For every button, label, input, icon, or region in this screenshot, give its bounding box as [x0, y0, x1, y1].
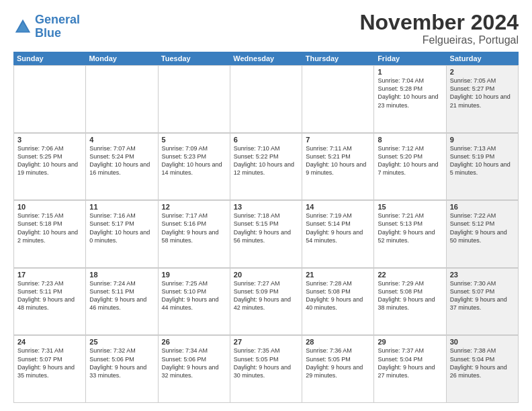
- day-number: 24: [17, 338, 82, 346]
- day-info: Sunrise: 7:36 AM Sunset: 5:05 PM Dayligh…: [306, 347, 370, 379]
- day-number: 2: [450, 68, 515, 76]
- calendar-header-saturday: Saturday: [447, 52, 519, 65]
- calendar: SundayMondayTuesdayWednesdayThursdayFrid…: [13, 52, 519, 403]
- calendar-header-sunday: Sunday: [13, 52, 85, 65]
- calendar-cell: 5Sunrise: 7:09 AM Sunset: 5:23 PM Daylig…: [159, 134, 230, 201]
- day-number: 28: [306, 338, 370, 346]
- day-number: 22: [378, 271, 442, 279]
- day-info: Sunrise: 7:19 AM Sunset: 5:14 PM Dayligh…: [306, 212, 370, 244]
- calendar-cell: 12Sunrise: 7:17 AM Sunset: 5:16 PM Dayli…: [159, 201, 230, 268]
- calendar-body: 1Sunrise: 7:04 AM Sunset: 5:28 PM Daylig…: [13, 65, 519, 403]
- calendar-cell: 16Sunrise: 7:22 AM Sunset: 5:12 PM Dayli…: [447, 201, 519, 268]
- calendar-cell: 21Sunrise: 7:28 AM Sunset: 5:08 PM Dayli…: [302, 269, 374, 336]
- day-info: Sunrise: 7:37 AM Sunset: 5:04 PM Dayligh…: [378, 347, 442, 379]
- page: General Blue November 2024 Felgueiras, P…: [0, 0, 532, 411]
- logo: General Blue: [13, 13, 80, 40]
- day-number: 25: [89, 338, 154, 346]
- calendar-cell: 6Sunrise: 7:10 AM Sunset: 5:22 PM Daylig…: [230, 134, 302, 201]
- day-info: Sunrise: 7:38 AM Sunset: 5:04 PM Dayligh…: [450, 347, 515, 379]
- day-number: 6: [234, 136, 298, 144]
- day-number: 13: [234, 203, 298, 211]
- day-number: 11: [89, 203, 154, 211]
- day-info: Sunrise: 7:15 AM Sunset: 5:18 PM Dayligh…: [17, 212, 82, 244]
- calendar-header-tuesday: Tuesday: [158, 52, 230, 65]
- day-info: Sunrise: 7:05 AM Sunset: 5:27 PM Dayligh…: [450, 77, 515, 109]
- calendar-cell: 24Sunrise: 7:31 AM Sunset: 5:07 PM Dayli…: [14, 336, 86, 403]
- day-number: 7: [306, 136, 370, 144]
- calendar-cell: 9Sunrise: 7:13 AM Sunset: 5:19 PM Daylig…: [447, 134, 519, 201]
- day-number: 26: [162, 338, 226, 346]
- logo-icon: [13, 17, 32, 36]
- day-info: Sunrise: 7:12 AM Sunset: 5:20 PM Dayligh…: [378, 144, 442, 177]
- header: General Blue November 2024 Felgueiras, P…: [13, 11, 519, 46]
- day-info: Sunrise: 7:27 AM Sunset: 5:09 PM Dayligh…: [234, 279, 298, 312]
- calendar-cell: [230, 66, 302, 133]
- day-info: Sunrise: 7:24 AM Sunset: 5:11 PM Dayligh…: [89, 279, 154, 312]
- calendar-cell: 19Sunrise: 7:25 AM Sunset: 5:10 PM Dayli…: [159, 269, 230, 336]
- calendar-cell: 25Sunrise: 7:32 AM Sunset: 5:06 PM Dayli…: [86, 336, 158, 403]
- calendar-cell: [159, 66, 230, 133]
- day-number: 23: [450, 271, 515, 279]
- logo-text: General Blue: [35, 13, 80, 40]
- calendar-cell: 10Sunrise: 7:15 AM Sunset: 5:18 PM Dayli…: [14, 201, 86, 268]
- calendar-cell: 30Sunrise: 7:38 AM Sunset: 5:04 PM Dayli…: [447, 336, 519, 403]
- calendar-cell: 20Sunrise: 7:27 AM Sunset: 5:09 PM Dayli…: [230, 269, 302, 336]
- calendar-cell: 3Sunrise: 7:06 AM Sunset: 5:25 PM Daylig…: [14, 134, 86, 201]
- calendar-row-1: 3Sunrise: 7:06 AM Sunset: 5:25 PM Daylig…: [13, 133, 519, 201]
- day-number: 30: [450, 338, 515, 346]
- calendar-cell: 18Sunrise: 7:24 AM Sunset: 5:11 PM Dayli…: [86, 269, 158, 336]
- day-info: Sunrise: 7:21 AM Sunset: 5:13 PM Dayligh…: [378, 212, 442, 244]
- day-info: Sunrise: 7:23 AM Sunset: 5:11 PM Dayligh…: [17, 279, 82, 312]
- day-info: Sunrise: 7:17 AM Sunset: 5:16 PM Dayligh…: [162, 212, 226, 244]
- day-number: 4: [89, 136, 154, 144]
- day-info: Sunrise: 7:10 AM Sunset: 5:22 PM Dayligh…: [234, 144, 298, 177]
- day-number: 17: [17, 271, 82, 279]
- calendar-cell: [86, 66, 158, 133]
- day-info: Sunrise: 7:16 AM Sunset: 5:17 PM Dayligh…: [89, 212, 154, 244]
- day-number: 5: [162, 136, 226, 144]
- calendar-header-row: SundayMondayTuesdayWednesdayThursdayFrid…: [13, 52, 519, 65]
- day-number: 27: [234, 338, 298, 346]
- day-info: Sunrise: 7:25 AM Sunset: 5:10 PM Dayligh…: [162, 279, 226, 312]
- day-number: 8: [378, 136, 442, 144]
- calendar-cell: 11Sunrise: 7:16 AM Sunset: 5:17 PM Dayli…: [86, 201, 158, 268]
- day-info: Sunrise: 7:18 AM Sunset: 5:15 PM Dayligh…: [234, 212, 298, 244]
- day-number: 12: [162, 203, 226, 211]
- calendar-cell: 27Sunrise: 7:35 AM Sunset: 5:05 PM Dayli…: [230, 336, 302, 403]
- calendar-cell: 15Sunrise: 7:21 AM Sunset: 5:13 PM Dayli…: [374, 201, 446, 268]
- day-info: Sunrise: 7:13 AM Sunset: 5:19 PM Dayligh…: [450, 144, 515, 177]
- day-number: 9: [450, 136, 515, 144]
- calendar-row-2: 10Sunrise: 7:15 AM Sunset: 5:18 PM Dayli…: [13, 200, 519, 268]
- day-number: 18: [89, 271, 154, 279]
- day-info: Sunrise: 7:07 AM Sunset: 5:24 PM Dayligh…: [89, 144, 154, 177]
- calendar-row-0: 1Sunrise: 7:04 AM Sunset: 5:28 PM Daylig…: [13, 65, 519, 133]
- calendar-cell: 1Sunrise: 7:04 AM Sunset: 5:28 PM Daylig…: [374, 66, 446, 133]
- day-number: 3: [17, 136, 82, 144]
- day-info: Sunrise: 7:29 AM Sunset: 5:08 PM Dayligh…: [378, 279, 442, 312]
- day-info: Sunrise: 7:32 AM Sunset: 5:06 PM Dayligh…: [89, 347, 154, 379]
- calendar-cell: 14Sunrise: 7:19 AM Sunset: 5:14 PM Dayli…: [302, 201, 374, 268]
- day-number: 21: [306, 271, 370, 279]
- calendar-cell: 2Sunrise: 7:05 AM Sunset: 5:27 PM Daylig…: [447, 66, 519, 133]
- day-number: 1: [378, 68, 442, 76]
- day-info: Sunrise: 7:34 AM Sunset: 5:06 PM Dayligh…: [162, 347, 226, 379]
- day-info: Sunrise: 7:28 AM Sunset: 5:08 PM Dayligh…: [306, 279, 370, 312]
- location: Felgueiras, Portugal: [359, 34, 519, 46]
- calendar-cell: 29Sunrise: 7:37 AM Sunset: 5:04 PM Dayli…: [374, 336, 446, 403]
- calendar-cell: 17Sunrise: 7:23 AM Sunset: 5:11 PM Dayli…: [14, 269, 86, 336]
- day-info: Sunrise: 7:11 AM Sunset: 5:21 PM Dayligh…: [306, 144, 370, 177]
- month-title: November 2024: [359, 11, 519, 34]
- logo-line2: Blue: [35, 26, 61, 40]
- calendar-cell: 22Sunrise: 7:29 AM Sunset: 5:08 PM Dayli…: [374, 269, 446, 336]
- calendar-cell: [302, 66, 374, 133]
- calendar-cell: [14, 66, 86, 133]
- day-info: Sunrise: 7:04 AM Sunset: 5:28 PM Dayligh…: [378, 77, 442, 109]
- calendar-cell: 28Sunrise: 7:36 AM Sunset: 5:05 PM Dayli…: [302, 336, 374, 403]
- day-number: 16: [450, 203, 515, 211]
- day-info: Sunrise: 7:09 AM Sunset: 5:23 PM Dayligh…: [162, 144, 226, 177]
- calendar-row-3: 17Sunrise: 7:23 AM Sunset: 5:11 PM Dayli…: [13, 268, 519, 336]
- day-info: Sunrise: 7:30 AM Sunset: 5:07 PM Dayligh…: [450, 279, 515, 312]
- calendar-cell: 23Sunrise: 7:30 AM Sunset: 5:07 PM Dayli…: [447, 269, 519, 336]
- day-number: 15: [378, 203, 442, 211]
- logo-line1: General: [35, 13, 80, 26]
